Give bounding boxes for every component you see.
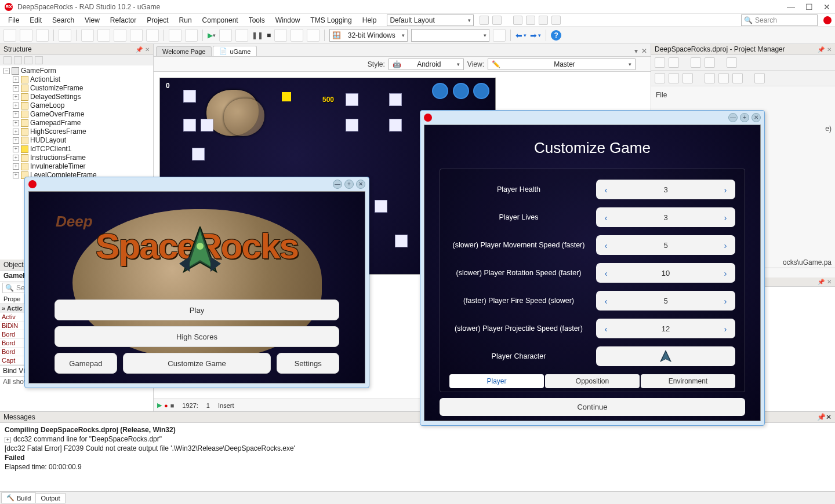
search-input[interactable]: 🔍Search: [741, 14, 818, 26]
maximize-icon[interactable]: +: [740, 113, 749, 122]
tree-node[interactable]: +DelayedSettings: [12, 93, 153, 101]
expand-icon[interactable]: +: [13, 85, 19, 92]
menu-edit[interactable]: Edit: [25, 15, 46, 25]
close-icon[interactable]: ✕: [752, 113, 761, 122]
pin-icon[interactable]: 📌: [818, 279, 825, 285]
layout-dropdown[interactable]: Default Layout▾: [387, 14, 474, 26]
platform-dropdown[interactable]: 🪟32-bit Windows▾: [329, 29, 408, 42]
tab-close-icon[interactable]: ✕: [641, 47, 647, 55]
hud-button[interactable]: [432, 83, 448, 99]
menu-help[interactable]: Help: [358, 15, 382, 25]
tool-icon[interactable]: [24, 56, 32, 64]
customize-button[interactable]: Customize Game: [123, 353, 271, 374]
expand-icon[interactable]: +: [13, 94, 19, 100]
play-button[interactable]: Play: [55, 300, 339, 320]
setting-stepper[interactable]: ‹3›: [596, 180, 735, 199]
tree-node[interactable]: +CustomizeFrame: [12, 84, 153, 93]
menu-tools[interactable]: Tools: [244, 15, 270, 25]
player-character-selector[interactable]: [596, 346, 735, 366]
toolbar-button[interactable]: [146, 29, 159, 42]
stop-icon[interactable]: ■: [267, 31, 271, 39]
config-dropdown[interactable]: ▾: [411, 29, 489, 42]
run-button[interactable]: ▶▾: [208, 31, 216, 39]
tab-welcome[interactable]: Welcome Page: [156, 46, 212, 56]
expand-icon[interactable]: +: [5, 437, 11, 443]
chevron-left-icon[interactable]: ‹: [596, 268, 616, 278]
toolbar-button[interactable]: [493, 29, 506, 42]
setting-stepper[interactable]: ‹5›: [596, 291, 735, 311]
window-close-icon[interactable]: ✕: [823, 2, 830, 12]
oi-prop-name[interactable]: Activ: [0, 313, 23, 321]
macro-rec-icon[interactable]: ●: [164, 402, 168, 409]
oi-prop-name[interactable]: Bord: [0, 348, 23, 356]
toolbar-button[interactable]: [36, 29, 49, 42]
toolbar-button[interactable]: [185, 29, 198, 42]
expand-icon[interactable]: +: [13, 120, 19, 126]
chevron-left-icon[interactable]: ‹: [596, 185, 616, 195]
gamepad-button[interactable]: Gamepad: [55, 353, 117, 374]
chevron-left-icon[interactable]: ‹: [596, 213, 616, 222]
component-icon[interactable]: [395, 235, 408, 247]
highscores-button[interactable]: High Scores: [55, 326, 339, 347]
pm-tool-icon[interactable]: [655, 73, 665, 83]
menu-component[interactable]: Component: [198, 15, 243, 25]
maximize-icon[interactable]: +: [344, 180, 354, 189]
tab-dropdown-icon[interactable]: ▾: [634, 47, 638, 55]
setting-stepper[interactable]: ‹10›: [596, 263, 735, 283]
tree-node[interactable]: +IdTCPClient1: [12, 145, 153, 154]
help-icon[interactable]: ?: [551, 30, 561, 41]
component-icon[interactable]: [346, 93, 358, 106]
game-mainmenu-window[interactable]: —+✕ Deep SpaceRocks Play High Scores Gam…: [24, 177, 369, 388]
style-dropdown[interactable]: 🤖Android▾: [389, 59, 464, 70]
customize-tab-player[interactable]: Player: [449, 374, 544, 388]
chevron-right-icon[interactable]: ›: [716, 240, 735, 250]
component-icon[interactable]: [389, 119, 402, 132]
menu-window[interactable]: Window: [271, 15, 305, 25]
expand-icon[interactable]: +: [13, 163, 19, 170]
collapse-icon[interactable]: −: [3, 68, 10, 74]
tree-node[interactable]: +InstructionsFrame: [12, 154, 153, 162]
component-icon[interactable]: [201, 119, 213, 132]
chevron-right-icon[interactable]: ›: [716, 185, 735, 195]
tab-build[interactable]: 🔨Build: [1, 492, 36, 503]
close-icon[interactable]: ✕: [145, 46, 150, 53]
menu-project[interactable]: Project: [142, 15, 173, 25]
tab-ugame[interactable]: 📄uGame: [213, 46, 257, 56]
expand-icon[interactable]: +: [13, 146, 19, 152]
minimize-icon[interactable]: —: [333, 180, 342, 189]
tree-node[interactable]: +GamepadFrame: [12, 119, 153, 127]
pm-tool-icon[interactable]: [691, 57, 701, 68]
chevron-right-icon[interactable]: ›: [716, 213, 735, 222]
tree-node[interactable]: +GameLoop: [12, 101, 153, 110]
chevron-right-icon[interactable]: ›: [716, 324, 735, 334]
customize-tab-opposition[interactable]: Opposition: [545, 374, 640, 388]
pm-tool-icon[interactable]: [669, 57, 679, 68]
oi-prop-header[interactable]: » Actic: [0, 304, 23, 312]
expand-icon[interactable]: +: [13, 155, 19, 161]
pm-tool-icon[interactable]: [682, 73, 693, 83]
component-icon[interactable]: [192, 148, 205, 160]
messages-body[interactable]: Compiling DeepSpaceRocks.dproj (Release,…: [0, 423, 835, 491]
toolbar-button[interactable]: [20, 29, 32, 42]
tool-icon[interactable]: [3, 56, 12, 64]
toolbar-button[interactable]: [307, 29, 320, 42]
toolbar-button[interactable]: [97, 29, 110, 42]
minimize-icon[interactable]: —: [728, 113, 738, 122]
macro-play-icon[interactable]: ▶: [157, 401, 162, 409]
nav-back-button[interactable]: ⬅▾: [515, 31, 527, 40]
expand-icon[interactable]: +: [13, 137, 19, 144]
toolbar-button[interactable]: [59, 29, 71, 42]
close-icon[interactable]: ✕: [826, 413, 832, 421]
tree-node[interactable]: +InvulnerableTimer: [12, 162, 153, 171]
hud-music-icon[interactable]: [473, 83, 489, 99]
setting-stepper[interactable]: ‹3›: [596, 207, 735, 227]
toolbar-icon[interactable]: [526, 16, 535, 25]
component-icon[interactable]: [282, 92, 291, 101]
menu-tmslogging[interactable]: TMS Logging: [306, 15, 356, 25]
expand-icon[interactable]: +: [13, 103, 19, 109]
toolbar-button[interactable]: [81, 29, 94, 42]
chevron-left-icon[interactable]: ‹: [596, 296, 616, 306]
toolbar-button[interactable]: [291, 29, 303, 42]
nav-fwd-button[interactable]: ➡▾: [530, 31, 541, 40]
pm-tool-icon[interactable]: [705, 73, 715, 83]
